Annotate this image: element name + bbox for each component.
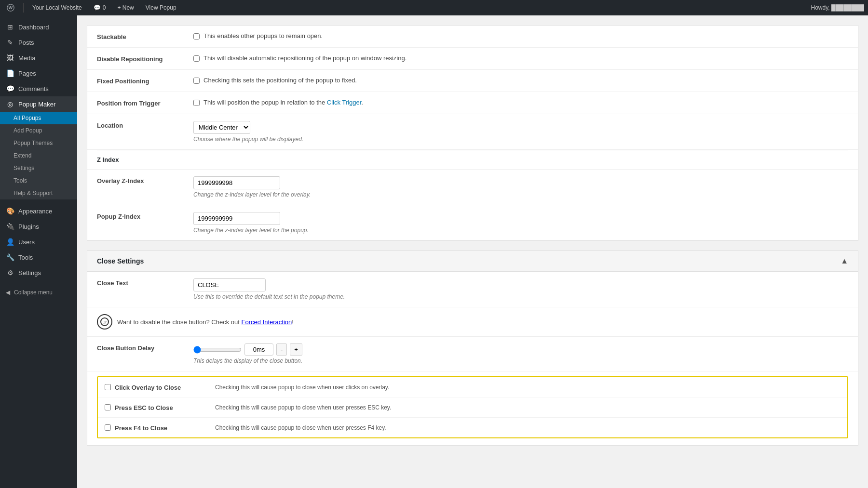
- sidebar-label-comments: Comments: [18, 85, 49, 92]
- close-text-control: Use this to override the default text se…: [193, 278, 848, 300]
- wp-logo-item[interactable]: W: [4, 4, 17, 12]
- close-text-input[interactable]: [193, 278, 266, 291]
- stackable-control: This enables other popups to remain open…: [193, 32, 848, 40]
- popup-z-index-input[interactable]: [193, 212, 280, 225]
- sidebar-item-settings[interactable]: ⚙ Settings: [0, 265, 77, 280]
- submenu-label-popup-themes: Popup Themes: [14, 140, 53, 146]
- comments-item[interactable]: 💬 0: [91, 4, 109, 11]
- sidebar-item-popup-maker[interactable]: ◎ Popup Maker: [0, 96, 77, 112]
- sidebar-item-plugins[interactable]: 🔌 Plugins: [0, 219, 77, 234]
- collapse-menu-label: Collapse menu: [14, 289, 53, 296]
- close-button-delay-row: Close Button Delay - + This delays the d…: [87, 337, 858, 371]
- close-settings-toggle[interactable]: ▲: [841, 257, 848, 265]
- position-from-trigger-checkbox[interactable]: [193, 100, 200, 106]
- press-esc-row: Press ESC to Close Checking this will ca…: [98, 397, 847, 418]
- stackable-label: Stackable: [97, 32, 193, 40]
- disable-repositioning-control: This will disable automatic repositionin…: [193, 54, 848, 62]
- site-name: Your Local Website: [32, 4, 82, 11]
- close-text-label: Close Text: [97, 278, 193, 287]
- collapse-arrow-icon: ◀: [6, 289, 10, 296]
- view-popup-item[interactable]: View Popup: [143, 4, 179, 11]
- location-control: Top Left Top Center Top Right Middle Lef…: [193, 121, 848, 143]
- press-esc-checkbox[interactable]: [105, 404, 111, 410]
- stackable-checkbox-row: This enables other popups to remain open…: [193, 32, 848, 40]
- sidebar-item-users[interactable]: 👤 Users: [0, 234, 77, 250]
- submenu-add-popup[interactable]: Add Popup: [0, 124, 77, 137]
- submenu-popup-themes[interactable]: Popup Themes: [0, 137, 77, 149]
- press-f4-description: Checking this will cause popup to close …: [215, 423, 841, 431]
- dashboard-icon: ⊞: [6, 23, 14, 31]
- location-select[interactable]: Top Left Top Center Top Right Middle Lef…: [193, 121, 250, 134]
- submenu-settings[interactable]: Settings: [0, 162, 77, 174]
- overlay-z-index-row: Overlay Z-Index Change the z-index layer…: [87, 170, 858, 205]
- posts-icon: ✎: [6, 39, 14, 46]
- collapse-menu-button[interactable]: ◀ Collapse menu: [0, 284, 77, 301]
- sidebar-label-tools: Tools: [18, 254, 33, 261]
- position-from-trigger-label: Position from Trigger: [97, 99, 193, 107]
- disable-repositioning-description: This will disable automatic repositionin…: [203, 54, 407, 62]
- overlay-z-index-label: Overlay Z-Index: [97, 176, 193, 185]
- forced-interaction-link[interactable]: Forced Interaction: [242, 318, 292, 326]
- wp-logo-icon: W: [7, 4, 14, 12]
- admin-sidebar: ⊞ Dashboard ✎ Posts 🖼 Media 📄 Pages 💬 Co…: [0, 15, 77, 488]
- delay-decrement-button[interactable]: -: [276, 343, 287, 356]
- close-options-box: Click Overlay to Close Checking this wil…: [97, 376, 848, 438]
- delay-description: This delays the display of the close but…: [193, 357, 848, 364]
- submenu-tools[interactable]: Tools: [0, 174, 77, 187]
- sidebar-item-media[interactable]: 🖼 Media: [0, 50, 77, 66]
- delay-slider[interactable]: [193, 346, 242, 354]
- sidebar-item-tools[interactable]: 🔧 Tools: [0, 250, 77, 265]
- press-f4-row: Press F4 to Close Checking this will cau…: [98, 418, 847, 437]
- username: ████████: [831, 4, 864, 11]
- sidebar-item-appearance[interactable]: 🎨 Appearance: [0, 203, 77, 219]
- delay-value-input[interactable]: [244, 343, 273, 356]
- press-f4-label: Press F4 to Close: [115, 423, 211, 432]
- fixed-positioning-checkbox[interactable]: [193, 78, 200, 84]
- click-overlay-checkbox[interactable]: [105, 384, 111, 390]
- click-overlay-description: Checking this will cause popup to close …: [215, 383, 841, 391]
- submenu-help-support[interactable]: Help & Support: [0, 187, 77, 199]
- sidebar-label-settings: Settings: [18, 269, 41, 277]
- submenu-label-extend: Extend: [14, 152, 31, 159]
- overlay-z-index-description: Change the z-index layer level for the o…: [193, 191, 848, 198]
- sidebar-item-pages[interactable]: 📄 Pages: [0, 66, 77, 81]
- sidebar-item-dashboard[interactable]: ⊞ Dashboard: [0, 19, 77, 35]
- popup-maker-icon: ◎: [6, 100, 14, 108]
- submenu-label-add-popup: Add Popup: [14, 127, 42, 134]
- fixed-positioning-label: Fixed Positioning: [97, 77, 193, 85]
- close-settings-header: Close Settings ▲: [87, 251, 858, 272]
- click-trigger-link[interactable]: Click Trigger: [327, 99, 362, 106]
- close-button-delay-label: Close Button Delay: [97, 343, 193, 352]
- sidebar-item-posts[interactable]: ✎ Posts: [0, 35, 77, 50]
- sidebar-label-posts: Posts: [18, 39, 34, 46]
- submenu-label-help-support: Help & Support: [14, 190, 53, 197]
- new-item[interactable]: + New: [114, 4, 136, 11]
- media-icon: 🖼: [6, 54, 14, 62]
- admin-bar: W Your Local Website 💬 0 + New View Popu…: [0, 0, 868, 15]
- overlay-z-index-control: Change the z-index layer level for the o…: [193, 176, 848, 198]
- disable-repositioning-checkbox[interactable]: [193, 55, 200, 62]
- stackable-checkbox[interactable]: [193, 33, 200, 40]
- comments-icon: 💬: [94, 4, 101, 11]
- submenu-all-popups[interactable]: All Popups: [0, 112, 77, 124]
- view-popup-label: View Popup: [146, 4, 176, 11]
- submenu-label-settings: Settings: [14, 165, 34, 171]
- stackable-row: Stackable This enables other popups to r…: [87, 26, 858, 48]
- submenu-extend[interactable]: Extend: [0, 149, 77, 162]
- sidebar-item-comments[interactable]: 💬 Comments: [0, 81, 77, 96]
- delay-increment-button[interactable]: +: [290, 343, 302, 356]
- new-label: + New: [117, 4, 134, 11]
- overlay-z-index-input[interactable]: [193, 176, 280, 189]
- settings-icon: ⚙: [6, 269, 14, 277]
- tools-icon: 🔧: [6, 253, 14, 261]
- press-esc-label: Press ESC to Close: [115, 403, 211, 411]
- appearance-icon: 🎨: [6, 207, 14, 215]
- lower-menu: 🎨 Appearance 🔌 Plugins 👤 Users 🔧 Tools ⚙…: [0, 203, 77, 280]
- fixed-positioning-row: Fixed Positioning Checking this sets the…: [87, 70, 858, 92]
- press-f4-checkbox[interactable]: [105, 424, 111, 431]
- site-name-item[interactable]: Your Local Website: [29, 4, 85, 11]
- click-overlay-label: Click Overlay to Close: [115, 383, 211, 391]
- close-settings-title: Close Settings: [97, 257, 144, 265]
- disable-repositioning-row: Disable Repositioning This will disable …: [87, 48, 858, 70]
- force-interaction-icon: ☞: [97, 314, 112, 330]
